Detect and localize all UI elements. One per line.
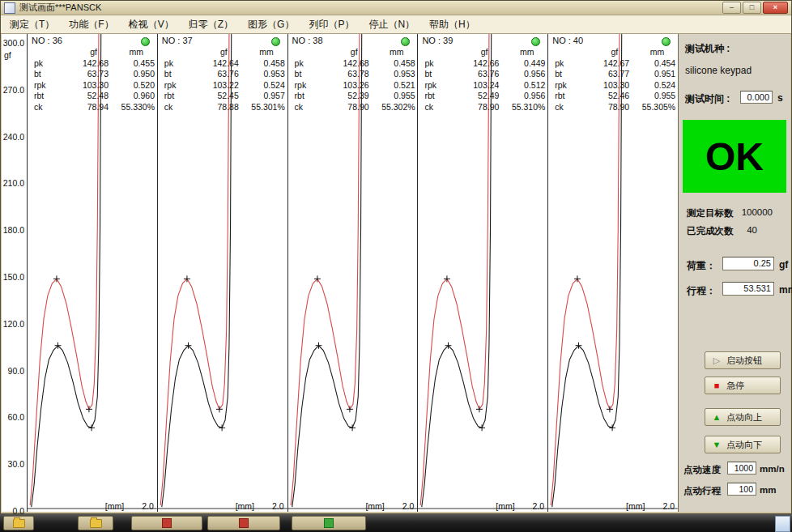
- stroke-input[interactable]: 53.531: [722, 282, 774, 296]
- jog-up-label: 点动向上: [726, 411, 762, 423]
- mm-column-header: mm: [109, 47, 155, 58]
- mm-column-header: mm: [499, 47, 545, 58]
- menu-item-1[interactable]: 功能（F）: [62, 16, 121, 33]
- minimize-button[interactable]: –: [722, 2, 741, 14]
- y-tick-0: 300.0: [3, 38, 24, 48]
- row-label: pk: [418, 58, 442, 70]
- table-header-row: gfmm: [288, 47, 416, 58]
- taskbar-item-3[interactable]: [207, 516, 280, 530]
- row-gf-value: 103.22: [182, 80, 239, 92]
- row-mm-value: 0.956: [499, 91, 545, 102]
- chart-panel-4: NO : 40gfmmpk142.670.454bt63.770.951rpk1…: [547, 34, 678, 512]
- row-label: rbt: [288, 91, 313, 102]
- table-header-row: gfmm: [158, 47, 286, 58]
- table-row: ck78.8855.301%: [158, 102, 286, 113]
- table-row: ck78.9455.330%: [28, 102, 155, 113]
- close-button[interactable]: ×: [763, 2, 788, 14]
- row-gf-value: 103.26: [313, 80, 369, 92]
- x-axis-unit: [mm]: [496, 501, 514, 511]
- row-mm-value: 55.302%: [369, 102, 415, 113]
- tray-fragment[interactable]: [775, 516, 790, 532]
- taskbar-item-1[interactable]: [78, 516, 113, 530]
- stroke-label: 行程：: [687, 284, 716, 298]
- y-tick-5: 150.0: [3, 272, 24, 282]
- row-label: ck: [548, 102, 573, 113]
- row-gf-value: 78.94: [52, 102, 109, 113]
- row-label: ck: [288, 102, 313, 113]
- jog-down-button[interactable]: ▼ 点动向下: [705, 436, 781, 453]
- row-gf-value: 103.30: [573, 80, 629, 92]
- row-label: pk: [158, 58, 182, 70]
- taskbar: [0, 514, 792, 532]
- jog-stroke-unit: mm: [760, 485, 776, 495]
- table-row: bt63.780.953: [288, 69, 416, 80]
- row-mm-value: 0.449: [499, 58, 545, 70]
- table-header-row: gfmm: [418, 47, 546, 58]
- menu-item-4[interactable]: 图形（G）: [241, 16, 301, 33]
- menu-item-7[interactable]: 帮助（H）: [422, 16, 483, 33]
- emergency-stop-button[interactable]: ■ 急停: [705, 377, 781, 394]
- machine-type-value: silicone keypad: [685, 65, 752, 76]
- jog-stroke-label: 点动行程: [683, 485, 721, 497]
- table-row: rbt52.490.956: [418, 91, 546, 102]
- table-row: rbt52.450.957: [158, 91, 286, 102]
- panel-title: NO : 36: [32, 36, 62, 45]
- app-window: 测试画面***PANSCK – □ × 测定（T）功能（F）检视（V）归零（Z）…: [0, 0, 792, 514]
- row-label: ck: [158, 102, 182, 113]
- table-row: rpk103.240.512: [418, 80, 546, 92]
- jog-up-button[interactable]: ▲ 点动向上: [705, 408, 781, 426]
- chart-panel-1: NO : 37gfmmpk142.640.458bt63.760.953rpk1…: [157, 34, 287, 512]
- start-button[interactable]: ▷ 启动按钮: [705, 351, 781, 369]
- row-mm-value: 0.524: [629, 80, 675, 92]
- table-header-row: gfmm: [28, 47, 155, 58]
- panels-container: NO : 36gfmmpk142.680.455bt63.730.950rpk1…: [27, 34, 678, 512]
- y-tick-9: 30.0: [8, 459, 24, 469]
- row-mm-value: 0.953: [239, 69, 285, 80]
- row-label: rbt: [158, 91, 182, 102]
- x-axis-unit: [mm]: [236, 501, 254, 511]
- row-gf-value: 52.46: [573, 91, 629, 102]
- table-row: ck78.9055.302%: [288, 102, 416, 113]
- table-row: pk142.670.454: [548, 58, 676, 70]
- menu-item-0[interactable]: 测定（T）: [2, 16, 62, 33]
- maximize-button[interactable]: □: [743, 2, 761, 14]
- row-label: rpk: [28, 80, 52, 92]
- table-header-row: gfmm: [548, 47, 676, 58]
- menu-item-6[interactable]: 停止（N）: [361, 16, 422, 33]
- y-tick-4: 180.0: [3, 225, 24, 235]
- row-label: ck: [28, 102, 52, 113]
- load-unit: gf: [779, 259, 788, 270]
- status-green-dot: [662, 37, 671, 46]
- taskbar-item-2[interactable]: [131, 516, 202, 530]
- row-mm-value: 0.524: [239, 80, 285, 92]
- window-controls: – □ ×: [722, 2, 788, 14]
- row-label: bt: [548, 69, 573, 80]
- table-row: rpk103.260.521: [288, 80, 416, 92]
- title-bar[interactable]: 测试画面***PANSCK – □ ×: [1, 1, 791, 15]
- row-mm-value: 55.301%: [239, 102, 285, 113]
- row-mm-value: 0.512: [499, 80, 545, 92]
- completed-count-label: 已完成次数: [687, 225, 734, 237]
- row-gf-value: 78.90: [442, 102, 499, 113]
- row-gf-value: 142.64: [182, 58, 239, 70]
- menu-item-5[interactable]: 列印（P）: [301, 16, 361, 33]
- menu-item-3[interactable]: 归零（Z）: [181, 16, 241, 33]
- menu-item-2[interactable]: 检视（V）: [121, 16, 181, 33]
- row-label: bt: [158, 69, 182, 80]
- start-button-label: 启动按钮: [726, 355, 762, 367]
- gf-column-header: gf: [573, 47, 629, 58]
- mm-column-header: mm: [239, 47, 285, 58]
- row-mm-value: 0.957: [239, 91, 285, 102]
- panel-title: NO : 39: [422, 36, 453, 45]
- row-gf-value: 78.90: [573, 102, 629, 113]
- table-row: rbt52.460.955: [548, 91, 676, 102]
- jog-speed-input[interactable]: 1000: [727, 462, 756, 475]
- taskbar-item-4[interactable]: [292, 516, 366, 530]
- jog-stroke-input[interactable]: 100: [727, 483, 756, 496]
- taskbar-item-0[interactable]: [3, 516, 34, 530]
- chart-area: 300.0270.0240.0210.0180.0150.0120.090.06…: [2, 34, 790, 512]
- load-input[interactable]: 0.25: [722, 257, 774, 270]
- table-row: pk142.680.458: [288, 58, 416, 70]
- panel-measurement-table: gfmmpk142.680.458bt63.780.953rpk103.260.…: [288, 47, 416, 113]
- table-row: pk142.640.458: [158, 58, 286, 70]
